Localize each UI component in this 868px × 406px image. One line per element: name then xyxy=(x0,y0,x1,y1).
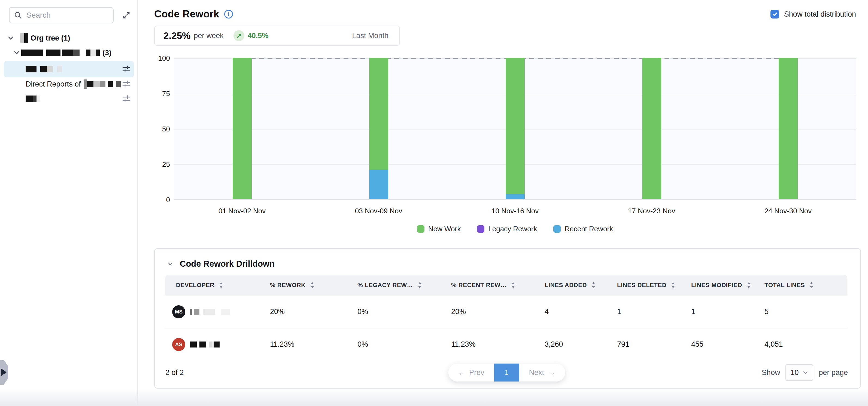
direct-reports-label: Direct Reports of xyxy=(26,80,81,89)
selected-highlight xyxy=(4,61,134,77)
drilldown-card: Code Rework Drilldown DEVELOPER% REWORK%… xyxy=(154,248,861,388)
table-cell: 0% xyxy=(358,340,451,348)
stacked-bar[interactable] xyxy=(779,58,798,199)
stat-value: 2.25% xyxy=(163,30,190,41)
avatar: MS xyxy=(172,305,185,318)
filter-sliders-icon[interactable] xyxy=(121,79,132,90)
bar-segment-recent-rework[interactable] xyxy=(506,194,525,199)
sidebar: Search Org tree (1) (3) Direct Reports o… xyxy=(0,0,137,406)
direct-reports-name-redacted xyxy=(84,79,121,89)
bar-segment-new-work[interactable] xyxy=(232,58,252,199)
developer-name-redacted xyxy=(190,309,230,315)
page-size-select[interactable]: 10 xyxy=(785,364,813,381)
arrow-right-icon: → xyxy=(548,368,555,377)
arrow-left-icon: ← xyxy=(458,368,465,377)
drilldown-title: Code Rework Drilldown xyxy=(180,259,275,269)
filter-sliders-icon[interactable] xyxy=(121,93,132,104)
page-size-value: 10 xyxy=(790,368,799,377)
column-header-lines-modified[interactable]: LINES MODIFIED xyxy=(691,281,765,289)
stacked-bar[interactable] xyxy=(506,58,525,199)
bar-segment-new-work[interactable] xyxy=(369,58,388,170)
bars xyxy=(174,58,856,199)
tree-item-label: Org tree (1) xyxy=(31,34,70,42)
column-label: % LEGACY REW… xyxy=(358,282,413,289)
tree-item-selected[interactable] xyxy=(0,61,137,77)
drilldown-header[interactable]: Code Rework Drilldown xyxy=(166,259,275,269)
current-page-button[interactable]: 1 xyxy=(494,364,519,381)
table-cell: 791 xyxy=(617,340,691,348)
bar-segment-new-work[interactable] xyxy=(506,58,525,194)
column-header-total-lines[interactable]: TOTAL LINES xyxy=(765,281,847,289)
search-input[interactable]: Search xyxy=(9,7,114,24)
filter-sliders-icon[interactable] xyxy=(121,64,132,74)
tree-item-org-root[interactable]: Org tree (1) xyxy=(0,32,137,45)
prev-page-button[interactable]: ← Prev xyxy=(448,364,494,381)
checkbox-checked-icon[interactable] xyxy=(771,10,779,19)
search-placeholder: Search xyxy=(26,11,51,20)
column-header-developer[interactable]: DEVELOPER xyxy=(176,281,270,289)
show-total-distribution-toggle[interactable]: Show total distribution xyxy=(771,10,856,19)
triangle-right-icon xyxy=(1,368,6,376)
avatar: AS xyxy=(172,338,185,351)
row-count: 2 of 2 xyxy=(165,368,184,377)
next-page-button[interactable]: Next → xyxy=(519,364,565,381)
tree-item-leaf[interactable] xyxy=(0,93,137,104)
show-label: Show xyxy=(762,368,780,377)
column-header-lines-added[interactable]: LINES ADDED xyxy=(545,281,617,289)
tree-item-group[interactable]: (3) xyxy=(0,46,137,59)
stacked-bar[interactable] xyxy=(232,58,252,199)
chart-legend: New WorkLegacy ReworkRecent Rework xyxy=(174,225,856,233)
column-header-rework[interactable]: % REWORK xyxy=(270,281,358,289)
org-avatar-redacted xyxy=(20,33,28,43)
legend-item[interactable]: Legacy Rework xyxy=(477,225,537,233)
column-label: LINES ADDED xyxy=(545,282,587,289)
distribution-label: Show total distribution xyxy=(784,10,856,19)
search-icon xyxy=(14,11,22,19)
page-header: Code Rework i Show total distribution xyxy=(154,7,856,21)
chevron-down-icon xyxy=(802,370,808,375)
code-rework-chart: 0255075100 01 Nov-02 Nov03 Nov-09 Nov10 … xyxy=(154,58,861,238)
column-header-recent-rew[interactable]: % RECENT REW… xyxy=(451,281,545,289)
column-label: TOTAL LINES xyxy=(765,282,805,289)
table-row[interactable]: MS20%0%20%4115 xyxy=(165,296,847,328)
table-cell: 0% xyxy=(358,307,451,316)
chevron-down-icon[interactable] xyxy=(12,48,21,58)
legend-item[interactable]: New Work xyxy=(417,225,461,233)
table-row[interactable]: AS11.23%0%11.23%3,2607914554,051 xyxy=(165,328,847,360)
column-header-legacy-rew[interactable]: % LEGACY REW… xyxy=(358,281,451,289)
column-label: % RECENT REW… xyxy=(451,282,506,289)
sort-icon xyxy=(511,281,516,289)
bar-segment-new-work[interactable] xyxy=(779,58,798,199)
x-tick-label: 03 Nov-09 Nov xyxy=(310,207,447,215)
expand-panel-icon[interactable] xyxy=(121,10,132,21)
table-header-row: DEVELOPER% REWORK% LEGACY REW…% RECENT R… xyxy=(165,275,847,296)
sort-icon xyxy=(591,281,596,289)
chevron-down-icon[interactable] xyxy=(166,259,175,269)
selected-name-redacted xyxy=(26,66,62,72)
page-size-control: Show 10 per page xyxy=(762,364,848,381)
column-header-lines-deleted[interactable]: LINES DELETED xyxy=(617,281,691,289)
summary-stat-card: 2.25% per week ↗ 40.5% Last Month xyxy=(154,26,400,46)
bar-segment-recent-rework[interactable] xyxy=(369,170,388,199)
developer-name-redacted xyxy=(190,341,220,347)
legend-item[interactable]: Recent Rework xyxy=(553,225,613,233)
developer-cell: MS xyxy=(172,305,270,318)
legend-swatch-icon xyxy=(477,225,485,233)
developer-cell: AS xyxy=(172,338,270,351)
table-body: MS20%0%20%4115AS11.23%0%11.23%3,26079145… xyxy=(165,296,847,360)
y-tick-label: 100 xyxy=(154,54,170,63)
chevron-down-icon[interactable] xyxy=(6,33,15,43)
pagination: ← Prev 1 Next → xyxy=(448,364,565,381)
stacked-bar[interactable] xyxy=(642,58,661,199)
bar-segment-new-work[interactable] xyxy=(642,58,661,199)
x-tick-label: 10 Nov-16 Nov xyxy=(447,207,583,215)
stacked-bar[interactable] xyxy=(369,58,388,199)
tree-item-direct-reports[interactable]: Direct Reports of xyxy=(0,78,137,90)
trend-up-badge: ↗ xyxy=(234,30,244,41)
legend-label: Legacy Rework xyxy=(488,225,537,233)
legend-swatch-icon xyxy=(553,225,561,233)
table-cell: 5 xyxy=(765,307,847,316)
leaf-name-redacted xyxy=(26,96,40,102)
info-icon[interactable]: i xyxy=(224,10,233,19)
x-tick-label: 17 Nov-23 Nov xyxy=(583,207,720,215)
